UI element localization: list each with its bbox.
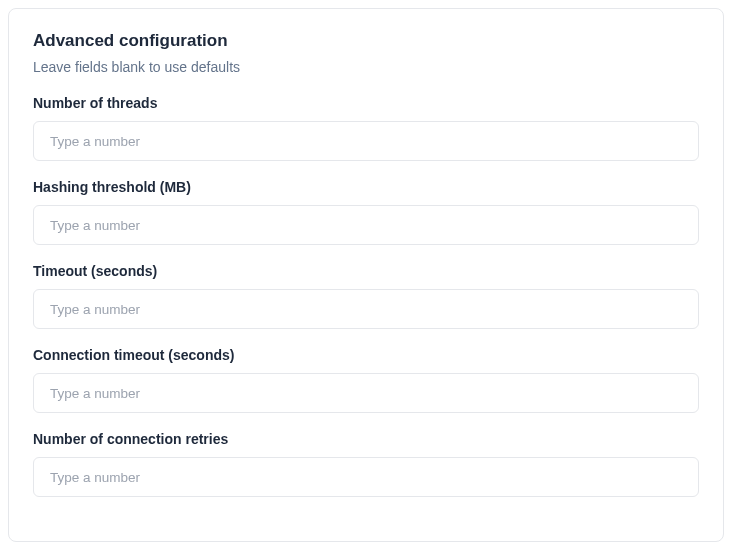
form-group-connection-timeout: Connection timeout (seconds) [33,347,699,413]
connection-timeout-input[interactable] [33,373,699,413]
form-group-hashing-threshold: Hashing threshold (MB) [33,179,699,245]
card-title: Advanced configuration [33,31,699,51]
advanced-configuration-card: Advanced configuration Leave fields blan… [8,8,724,542]
card-subtitle: Leave fields blank to use defaults [33,59,699,75]
form-group-connection-retries: Number of connection retries [33,431,699,497]
connection-retries-input[interactable] [33,457,699,497]
form-group-threads: Number of threads [33,95,699,161]
timeout-label: Timeout (seconds) [33,263,699,279]
hashing-threshold-label: Hashing threshold (MB) [33,179,699,195]
timeout-input[interactable] [33,289,699,329]
threads-input[interactable] [33,121,699,161]
form-group-timeout: Timeout (seconds) [33,263,699,329]
threads-label: Number of threads [33,95,699,111]
hashing-threshold-input[interactable] [33,205,699,245]
connection-timeout-label: Connection timeout (seconds) [33,347,699,363]
connection-retries-label: Number of connection retries [33,431,699,447]
